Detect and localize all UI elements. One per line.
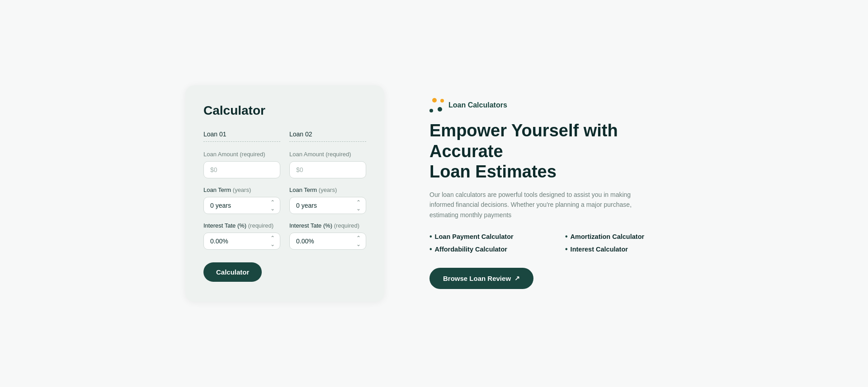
- loan-02-term-select-wrapper: 0 years 5 years 10 years 15 years 20 yea…: [289, 197, 366, 214]
- feature-amortization-label: Amortization Calculator: [571, 233, 645, 240]
- loan-01-label: Loan 01: [203, 131, 280, 142]
- feature-dot-1: •: [429, 233, 432, 241]
- loan-01-amount-input[interactable]: [203, 161, 280, 178]
- page-container: Calculator Loan 01 Loan Amount (required…: [0, 0, 868, 387]
- external-link-icon: ↗: [514, 275, 520, 282]
- loans-row: Loan 01 Loan Amount (required) Loan Term…: [203, 131, 366, 258]
- info-panel: Loan Calculators Empower Yourself with A…: [429, 89, 683, 298]
- feature-affordability: • Affordability Calculator: [429, 245, 547, 253]
- feature-interest-label: Interest Calculator: [571, 246, 628, 253]
- loan-02-column: Loan 02 Loan Amount (required) Loan Term…: [289, 131, 366, 258]
- feature-affordability-label: Affordability Calculator: [435, 246, 507, 253]
- loan-02-amount-group: Loan Amount (required): [289, 151, 366, 178]
- loan-01-amount-label: Loan Amount (required): [203, 151, 280, 158]
- loan-01-interest-label: Interest Tate (%) (required): [203, 222, 280, 229]
- loan-01-term-group: Loan Term (years) 0 years 5 years 10 yea…: [203, 187, 280, 214]
- loan-01-interest-group: Interest Tate (%) (required) 0.00% 1.00%…: [203, 222, 280, 250]
- loan-02-amount-label: Loan Amount (required): [289, 151, 366, 158]
- loan-02-amount-input[interactable]: [289, 161, 366, 178]
- info-description: Our loan calculators are powerful tools …: [429, 190, 656, 220]
- loan-02-term-select[interactable]: 0 years 5 years 10 years 15 years 20 yea…: [289, 197, 366, 214]
- loan-01-interest-select-wrapper: 0.00% 1.00% 2.00% 3.00% 5.00% ⌃⌄: [203, 233, 280, 250]
- feature-dot-4: •: [565, 245, 568, 253]
- calculate-button[interactable]: Calculator: [203, 262, 262, 282]
- loan-02-term-label: Loan Term (years): [289, 187, 366, 193]
- browse-button-label: Browse Loan Review: [443, 275, 511, 282]
- dot-tl-icon: [432, 98, 437, 103]
- dot-bl-icon: [429, 109, 433, 112]
- loan-01-column: Loan 01 Loan Amount (required) Loan Term…: [203, 131, 280, 258]
- calculator-card: Calculator Loan 01 Loan Amount (required…: [185, 85, 384, 302]
- browse-loan-review-button[interactable]: Browse Loan Review ↗: [429, 268, 533, 289]
- feature-loan-payment: • Loan Payment Calculator: [429, 233, 547, 241]
- loan-02-term-group: Loan Term (years) 0 years 5 years 10 yea…: [289, 187, 366, 214]
- calculator-title: Calculator: [203, 103, 366, 118]
- loan-02-interest-label: Interest Tate (%) (required): [289, 222, 366, 229]
- info-heading-line2: Loan Estimates: [429, 162, 557, 181]
- loan-01-term-label: Loan Term (years): [203, 187, 280, 193]
- brand-label: Loan Calculators: [448, 101, 507, 109]
- dot-tr-icon: [440, 99, 444, 103]
- loan-02-label: Loan 02: [289, 131, 366, 142]
- feature-amortization: • Amortization Calculator: [565, 233, 683, 241]
- dot-br-icon: [438, 107, 442, 112]
- features-grid: • Loan Payment Calculator • Amortization…: [429, 233, 683, 253]
- brand-icon: [429, 98, 444, 112]
- loan-02-interest-select-wrapper: 0.00% 1.00% 2.00% 3.00% 5.00% ⌃⌄: [289, 233, 366, 250]
- feature-dot-2: •: [565, 233, 568, 241]
- loan-01-term-select-wrapper: 0 years 5 years 10 years 15 years 20 yea…: [203, 197, 280, 214]
- loan-02-interest-select[interactable]: 0.00% 1.00% 2.00% 3.00% 5.00%: [289, 233, 366, 250]
- loan-01-amount-group: Loan Amount (required): [203, 151, 280, 178]
- brand-row: Loan Calculators: [429, 98, 683, 112]
- loan-01-interest-select[interactable]: 0.00% 1.00% 2.00% 3.00% 5.00%: [203, 233, 280, 250]
- feature-loan-payment-label: Loan Payment Calculator: [435, 233, 514, 240]
- feature-dot-3: •: [429, 245, 432, 253]
- loan-02-interest-group: Interest Tate (%) (required) 0.00% 1.00%…: [289, 222, 366, 250]
- info-heading-line1: Empower Yourself with Accurate: [429, 121, 618, 161]
- loan-01-term-select[interactable]: 0 years 5 years 10 years 15 years 20 yea…: [203, 197, 280, 214]
- feature-interest: • Interest Calculator: [565, 245, 683, 253]
- info-heading: Empower Yourself with Accurate Loan Esti…: [429, 121, 683, 182]
